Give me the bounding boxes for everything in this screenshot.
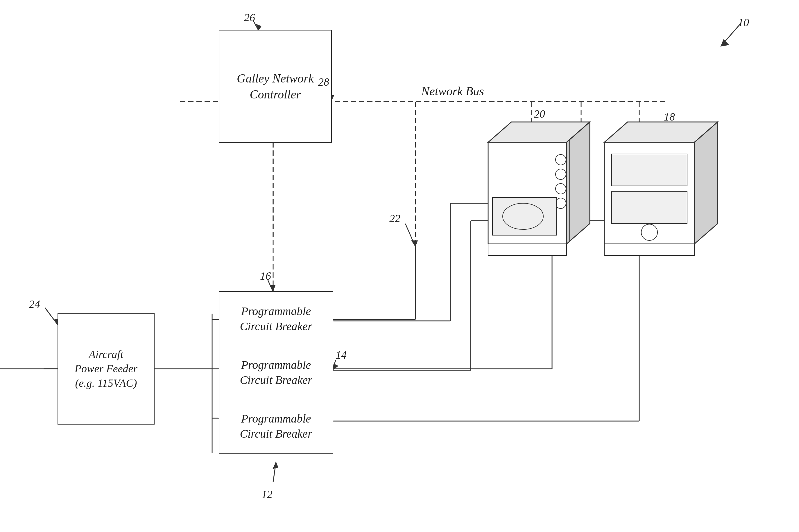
pcb2-box: Programmable Circuit Breaker (219, 346, 333, 399)
ref-16: 16 (260, 269, 271, 282)
network-bus-label: Network Bus (421, 84, 484, 98)
svg-marker-64 (333, 364, 338, 370)
pcb1-box: Programmable Circuit Breaker (219, 292, 333, 346)
svg-marker-35 (566, 122, 590, 244)
ref-10: 10 (738, 16, 749, 29)
ref-18: 18 (664, 110, 675, 123)
pcb3-label: Programmable Circuit Breaker (240, 411, 312, 441)
ref-28: 28 (318, 76, 329, 88)
svg-rect-48 (612, 154, 687, 186)
ref-20: 20 (534, 108, 545, 120)
svg-line-65 (45, 308, 58, 325)
ref-24: 24 (29, 298, 40, 310)
ref-12: 12 (261, 488, 273, 501)
gnc-box: Galley Network Controller (219, 31, 331, 142)
svg-marker-52 (721, 39, 729, 46)
ref-14: 14 (336, 348, 347, 361)
pcb2-label: Programmable Circuit Breaker (240, 358, 312, 388)
svg-marker-58 (411, 241, 418, 247)
svg-rect-49 (612, 192, 687, 224)
svg-marker-46 (694, 122, 718, 244)
power-feeder-box: Aircraft Power Feeder (e.g. 115VAC) (58, 314, 154, 424)
pcb3-box: Programmable Circuit Breaker (219, 399, 333, 453)
diagram-container: Galley Network Controller Programmable C… (0, 0, 799, 532)
ref-26: 26 (244, 11, 255, 24)
power-feeder-label: Aircraft Power Feeder (e.g. 115VAC) (75, 347, 137, 390)
svg-rect-36 (488, 244, 566, 255)
gnc-label: Galley Network Controller (237, 71, 314, 102)
diagram-svg (0, 0, 799, 532)
svg-rect-47 (604, 244, 694, 255)
ref-22: 22 (389, 212, 401, 225)
pcb1-label: Programmable Circuit Breaker (240, 304, 312, 334)
